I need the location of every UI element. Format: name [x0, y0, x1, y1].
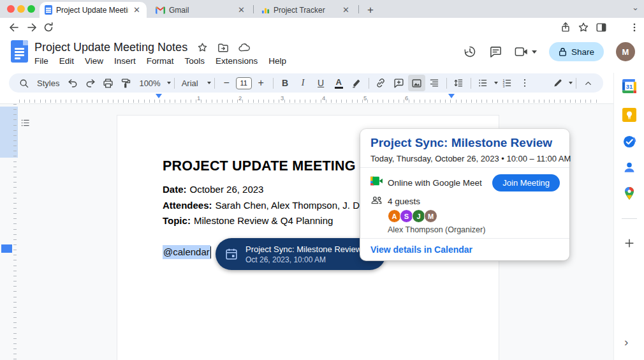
guest-avatar[interactable]: J — [412, 209, 425, 223]
font-family-dropdown[interactable]: Arial — [178, 79, 205, 88]
close-tab-icon[interactable]: ✕ — [237, 5, 246, 15]
join-call-button[interactable] — [515, 46, 537, 57]
insert-image-icon[interactable] — [408, 75, 425, 91]
menu-help[interactable]: Help — [268, 56, 286, 66]
document-area: PROJECT UPDATE MEETING Date:October 26, … — [0, 104, 613, 360]
guests-icon — [370, 195, 383, 205]
window-controls — [7, 5, 35, 13]
menu-view[interactable]: View — [85, 56, 103, 66]
align-icon[interactable] — [426, 75, 443, 91]
menu-extensions[interactable]: Extensions — [216, 56, 258, 66]
forward-icon[interactable] — [26, 21, 38, 34]
paint-format-icon[interactable] — [117, 75, 135, 91]
insert-link-icon[interactable] — [372, 75, 390, 91]
tab-gmail[interactable]: Gmail ✕ — [150, 2, 251, 18]
view-in-calendar-link[interactable]: View details in Calendar — [370, 244, 472, 255]
move-folder-icon[interactable] — [217, 43, 229, 53]
bar-chart-icon — [261, 6, 270, 14]
chip-event-datetime: Oct 26, 2023, 10:00 AM — [245, 255, 362, 264]
google-tasks-icon[interactable] — [622, 135, 636, 149]
numbered-list-icon[interactable]: 123 — [499, 75, 516, 91]
add-comment-icon[interactable] — [390, 75, 407, 91]
docs-icon — [45, 5, 52, 15]
docs-profile-avatar[interactable]: M — [616, 42, 635, 61]
join-meeting-button[interactable]: Join Meeting — [492, 174, 560, 191]
tab-search-chevron-icon[interactable]: ⌄ — [632, 3, 639, 12]
new-tab-button[interactable]: + — [362, 2, 379, 18]
right-indent-marker[interactable] — [448, 94, 455, 98]
tab-project-tracker[interactable]: Project Tracker ✕ — [256, 2, 356, 18]
reload-icon[interactable] — [42, 21, 55, 34]
hide-menus-icon[interactable] — [580, 75, 597, 91]
left-indent-marker[interactable] — [156, 94, 162, 98]
guest-avatar[interactable]: M — [424, 209, 437, 223]
more-options-icon[interactable] — [516, 75, 534, 91]
minimize-window-button[interactable] — [17, 5, 25, 13]
close-tab-icon[interactable]: ✕ — [341, 5, 351, 15]
google-maps-icon[interactable] — [622, 186, 636, 200]
chevron-down-icon — [167, 82, 171, 84]
browser-menu-icon[interactable] — [629, 22, 641, 34]
comments-icon[interactable] — [489, 45, 502, 59]
tab-divider — [358, 5, 359, 13]
redo-icon[interactable] — [82, 75, 99, 91]
star-document-icon[interactable] — [197, 42, 208, 53]
google-docs-logo[interactable] — [11, 40, 28, 63]
menu-insert[interactable]: Insert — [114, 56, 136, 66]
vertical-cursor-marker[interactable] — [1, 244, 12, 253]
menu-bar: File Edit View Insert Format Tools Exten… — [34, 56, 286, 66]
share-button[interactable]: Share — [549, 42, 604, 61]
decrease-font-size-icon[interactable]: − — [218, 75, 235, 91]
underline-icon[interactable]: U — [312, 75, 330, 91]
highlight-color-icon[interactable] — [348, 75, 365, 91]
guest-avatar[interactable]: S — [400, 209, 413, 223]
bulleted-list-icon[interactable] — [474, 75, 492, 91]
google-keep-icon[interactable] — [622, 108, 636, 122]
close-tab-icon[interactable]: ✕ — [132, 5, 142, 15]
close-window-button[interactable] — [7, 5, 15, 13]
menu-tools[interactable]: Tools — [185, 56, 205, 66]
line-spacing-icon[interactable] — [450, 75, 467, 91]
menu-format[interactable]: Format — [147, 56, 174, 66]
maximize-window-button[interactable] — [27, 5, 35, 13]
chevron-down-icon — [207, 82, 211, 84]
tab-docs[interactable]: Project Update Meeting Notes ✕ — [40, 2, 147, 18]
ruler-number: 6 — [405, 94, 408, 101]
zoom-dropdown[interactable]: 100% — [135, 79, 164, 88]
browser-window: Project Update Meeting Notes ✕ Gmail ✕ P… — [0, 0, 644, 360]
divider — [360, 238, 569, 239]
editing-mode-icon[interactable] — [549, 75, 566, 91]
gmail-icon — [156, 6, 165, 14]
ruler-number: 4 — [322, 94, 325, 101]
styles-dropdown[interactable]: Styles — [33, 79, 63, 88]
calendar-mention[interactable]: @calendar — [163, 245, 211, 259]
undo-icon[interactable] — [64, 75, 81, 91]
guest-avatar[interactable]: A — [388, 209, 401, 223]
side-panel-icon[interactable] — [596, 22, 608, 34]
font-size-input[interactable]: 11 — [236, 77, 252, 89]
text-color-icon[interactable]: A — [330, 75, 348, 91]
tab-divider — [253, 5, 254, 13]
google-calendar-icon[interactable]: 31 — [622, 79, 636, 93]
cloud-status-icon[interactable] — [238, 43, 251, 52]
version-history-icon[interactable] — [463, 45, 477, 59]
increase-font-size-icon[interactable]: + — [252, 75, 270, 91]
back-icon[interactable] — [8, 21, 20, 34]
divider — [360, 167, 569, 168]
print-icon[interactable] — [99, 75, 117, 91]
search-menus-icon[interactable] — [15, 75, 33, 91]
document-outline-icon[interactable] — [18, 116, 32, 130]
italic-icon[interactable]: I — [295, 75, 312, 91]
google-contacts-icon[interactable] — [622, 160, 636, 174]
share-page-icon[interactable] — [560, 22, 573, 34]
menu-edit[interactable]: Edit — [59, 56, 74, 66]
bookmark-star-icon[interactable] — [578, 22, 590, 34]
bold-icon[interactable]: B — [277, 75, 294, 91]
browser-toolbar: google.docs.com/watch?=sync=!1734 A — [0, 18, 644, 37]
get-addons-icon[interactable] — [622, 236, 637, 251]
doc-line-date: Date:October 26, 2023 — [163, 184, 263, 195]
document-title[interactable]: Project Update Meeting Notes — [34, 41, 187, 54]
show-side-panel-chevron-icon[interactable]: › — [624, 335, 628, 349]
menu-file[interactable]: File — [34, 56, 48, 66]
ruler-number: 3 — [281, 94, 284, 101]
